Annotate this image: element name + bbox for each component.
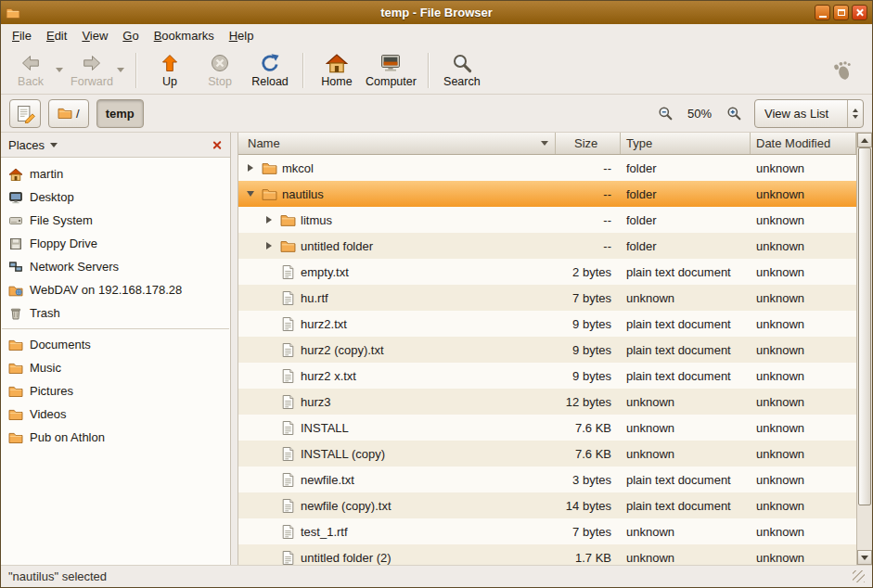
file-row-litmus[interactable]: litmus -- folder unknown bbox=[238, 207, 856, 233]
menu-go-label: Go bbox=[122, 29, 138, 43]
forward-button[interactable]: Forward bbox=[68, 50, 127, 90]
menu-bookmarks[interactable]: Bookmarks bbox=[147, 24, 222, 46]
expander-icon[interactable] bbox=[263, 216, 276, 224]
sidebar-item-label: Documents bbox=[30, 338, 91, 352]
file-size: -- bbox=[556, 181, 621, 207]
scrollbar-thumb[interactable] bbox=[858, 147, 871, 505]
file-row-install-copy[interactable]: INSTALL (copy) 7.6 KB unknown unknown bbox=[238, 441, 856, 467]
file-row-hurz2-x-txt[interactable]: hurz2 x.txt 9 bytes plain text document … bbox=[238, 363, 856, 389]
file-row-hu-rtf[interactable]: hu.rtf 7 bytes unknown unknown bbox=[238, 285, 856, 311]
sidebar-item-file-system[interactable]: File System bbox=[1, 209, 230, 232]
file-name-cell: newfile (copy).txt bbox=[238, 492, 556, 518]
vertical-scrollbar[interactable] bbox=[856, 133, 872, 565]
file-modified: unknown bbox=[751, 181, 856, 207]
computer-button[interactable]: Computer bbox=[363, 50, 419, 90]
file-row-empty-txt[interactable]: empty.txt 2 bytes plain text document un… bbox=[238, 259, 856, 285]
places-title: Places bbox=[8, 138, 45, 152]
menu-view[interactable]: View bbox=[74, 24, 115, 46]
sidebar-item-webdav-on-192-168-178-28[interactable]: WebDAV on 192.168.178.28 bbox=[1, 278, 230, 301]
places-close-button[interactable] bbox=[209, 136, 226, 154]
root-path-button[interactable]: / bbox=[48, 99, 89, 128]
zoom-in-button[interactable] bbox=[725, 104, 743, 122]
view-mode-select[interactable]: View as List bbox=[754, 99, 864, 128]
home-button[interactable]: Home bbox=[313, 50, 361, 90]
gnome-foot-icon bbox=[831, 59, 854, 82]
column-header-modified[interactable]: Date Modified bbox=[751, 133, 856, 154]
zoom-out-button[interactable] bbox=[656, 104, 674, 122]
file-icon bbox=[280, 420, 296, 436]
maximize-button[interactable] bbox=[833, 5, 849, 20]
menu-go[interactable]: Go bbox=[115, 24, 146, 46]
file-type: plain text document bbox=[621, 311, 751, 337]
menu-file[interactable]: File bbox=[5, 24, 39, 46]
file-icon bbox=[280, 290, 296, 306]
sidebar-resize-handle[interactable] bbox=[231, 133, 238, 565]
resize-grip[interactable] bbox=[853, 570, 865, 582]
file-modified: unknown bbox=[751, 285, 856, 311]
forward-dropdown-icon[interactable] bbox=[117, 68, 124, 72]
minimize-button[interactable] bbox=[815, 5, 830, 20]
places-menu-button[interactable]: Places bbox=[8, 138, 209, 152]
file-icon bbox=[280, 524, 296, 540]
toolbar: Back Forward Up Stop Reload Home Compute… bbox=[1, 46, 872, 95]
file-row-newfile-copy-txt[interactable]: newfile (copy).txt 14 bytes plain text d… bbox=[238, 492, 856, 518]
file-row-test-1-rtf[interactable]: test_1.rtf 7 bytes unknown unknown bbox=[238, 518, 856, 544]
webdav-icon bbox=[8, 283, 23, 298]
sidebar-item-network-servers[interactable]: Network Servers bbox=[1, 255, 230, 278]
file-row-mkcol[interactable]: mkcol -- folder unknown bbox=[238, 155, 856, 181]
sidebar-item-documents[interactable]: Documents bbox=[1, 333, 230, 356]
back-button[interactable]: Back bbox=[6, 50, 66, 90]
drive-icon bbox=[8, 213, 23, 228]
column-header-name[interactable]: Name bbox=[238, 133, 556, 154]
sidebar-item-floppy-drive[interactable]: Floppy Drive bbox=[1, 232, 230, 255]
file-name: INSTALL bbox=[301, 421, 349, 435]
menu-help[interactable]: Help bbox=[222, 24, 262, 46]
file-row-nautilus[interactable]: nautilus -- folder unknown bbox=[238, 181, 856, 207]
folder-icon bbox=[8, 384, 23, 399]
search-button[interactable]: Search bbox=[438, 50, 486, 90]
file-name-cell: untitled folder (2) bbox=[238, 544, 556, 565]
file-row-hurz3[interactable]: hurz3 12 bytes unknown unknown bbox=[238, 389, 856, 415]
file-row-untitled-folder[interactable]: untitled folder -- folder unknown bbox=[238, 233, 856, 259]
sidebar-item-videos[interactable]: Videos bbox=[1, 403, 230, 426]
expander-icon[interactable] bbox=[244, 191, 257, 197]
file-name-cell: nautilus bbox=[238, 181, 556, 207]
file-row-hurz2-copy-txt[interactable]: hurz2 (copy).txt 9 bytes plain text docu… bbox=[238, 337, 856, 363]
expander-icon[interactable] bbox=[244, 164, 257, 172]
sidebar-item-music[interactable]: Music bbox=[1, 356, 230, 379]
file-type: plain text document bbox=[621, 337, 751, 363]
close-button[interactable] bbox=[852, 5, 867, 20]
column-header-type[interactable]: Type bbox=[621, 133, 751, 154]
file-row-untitled-folder-2[interactable]: untitled folder (2) 1.7 KB unknown unkno… bbox=[238, 544, 856, 565]
file-row-install[interactable]: INSTALL 7.6 KB unknown unknown bbox=[238, 415, 856, 441]
scroll-down-button[interactable] bbox=[857, 550, 872, 565]
current-path-button[interactable]: temp bbox=[96, 99, 144, 128]
current-path-label: temp bbox=[106, 107, 135, 121]
sidebar-item-trash[interactable]: Trash bbox=[1, 301, 230, 325]
file-row-newfile-txt[interactable]: newfile.txt 3 bytes plain text document … bbox=[238, 467, 856, 492]
sidebar-item-desktop[interactable]: Desktop bbox=[1, 185, 230, 209]
expander-icon[interactable] bbox=[263, 242, 276, 249]
menu-edit[interactable]: Edit bbox=[39, 24, 74, 46]
file-name: INSTALL (copy) bbox=[301, 447, 385, 461]
file-type: unknown bbox=[621, 415, 751, 441]
edit-location-button[interactable] bbox=[9, 99, 41, 128]
sidebar-item-label: Floppy Drive bbox=[30, 236, 97, 250]
back-dropdown-icon[interactable] bbox=[56, 68, 63, 72]
sidebar-item-martin[interactable]: martin bbox=[1, 162, 230, 185]
sidebar-item-pictures[interactable]: Pictures bbox=[1, 379, 230, 403]
up-button[interactable]: Up bbox=[146, 50, 194, 90]
stop-button[interactable]: Stop bbox=[196, 50, 244, 90]
file-modified: unknown bbox=[751, 467, 856, 492]
file-size: 9 bytes bbox=[556, 311, 621, 337]
file-size: 7 bytes bbox=[556, 285, 621, 311]
column-header-size[interactable]: Size bbox=[556, 133, 621, 154]
reload-button[interactable]: Reload bbox=[246, 50, 294, 90]
sidebar-item-pub-on-athlon[interactable]: Pub on Athlon bbox=[1, 426, 230, 449]
file-name-cell: litmus bbox=[238, 207, 556, 233]
file-row-hurz2-txt[interactable]: hurz2.txt 9 bytes plain text document un… bbox=[238, 311, 856, 337]
titlebar[interactable]: temp - File Browser bbox=[1, 1, 872, 24]
scroll-up-button[interactable] bbox=[857, 133, 872, 147]
scrollbar-trough[interactable] bbox=[857, 147, 872, 550]
location-bar: / temp 50% View as List bbox=[1, 95, 872, 133]
